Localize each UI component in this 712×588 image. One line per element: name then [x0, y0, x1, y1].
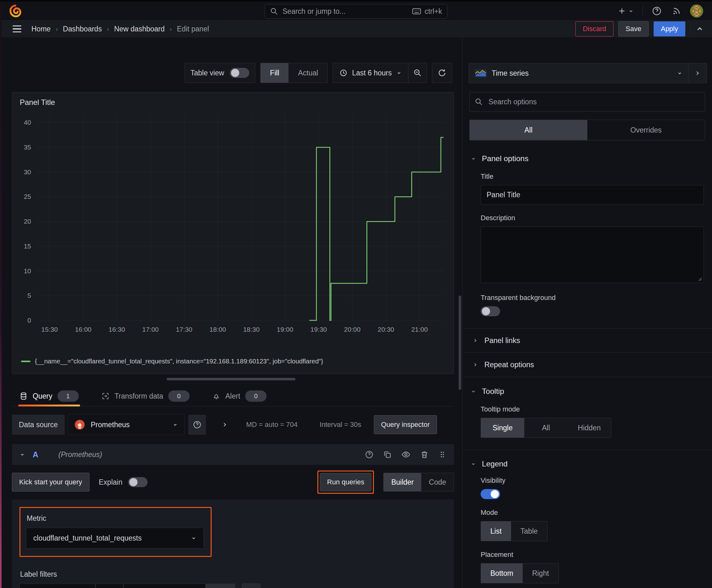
table-view-toggle[interactable] [230, 68, 249, 78]
repeat-options-section[interactable]: Repeat options [462, 353, 712, 377]
remove-filter-button[interactable] [206, 584, 235, 588]
tab-transform-data[interactable]: Transform data 0 [100, 386, 191, 406]
collapse-pane-button[interactable] [688, 63, 707, 83]
scrollbar-thumb[interactable] [459, 296, 461, 390]
max-data-points: MD = auto = 704 [246, 421, 298, 429]
legend-section-header[interactable]: Legend [462, 460, 712, 468]
zoom-out-icon [413, 68, 422, 77]
topbar-actions [616, 4, 703, 18]
query-options-summary[interactable]: MD = auto = 704 Interval = 30s [246, 421, 361, 429]
tooltip-single-option[interactable]: Single [481, 418, 524, 438]
topbar-divider [643, 6, 643, 16]
datasource-help-button[interactable] [188, 415, 206, 435]
time-range-picker[interactable]: Last 6 hours [333, 69, 408, 77]
explain-toggle[interactable] [128, 477, 148, 487]
operator-dropdown[interactable]: = [96, 584, 123, 588]
chevron-down-icon [471, 156, 476, 162]
breadcrumb-dashboards[interactable]: Dashboards [63, 25, 102, 33]
fill-actual-switch: Fill Actual [260, 63, 328, 83]
kick-start-query-button[interactable]: Kick start your query [12, 473, 89, 491]
tab-all[interactable]: All [470, 120, 587, 140]
breadcrumb-new-dashboard[interactable]: New dashboard [114, 25, 165, 33]
delete-query-icon[interactable] [420, 450, 429, 459]
grafana-app: Search or jump to... ctrl+k [0, 0, 712, 588]
run-queries-button[interactable]: Run queries [320, 473, 372, 491]
transparent-background-toggle[interactable] [481, 306, 500, 316]
chevron-down-icon [396, 70, 402, 76]
svg-text:16:00: 16:00 [75, 326, 92, 333]
query-editor: A (Prometheus) [12, 444, 454, 588]
legend-visibility-toggle[interactable] [481, 489, 500, 499]
fill-option[interactable]: Fill [261, 63, 288, 83]
chart-legend: {__name__="cloudflared_tunnel_total_requ… [18, 356, 448, 371]
divider [462, 450, 712, 450]
grafana-logo[interactable] [9, 4, 22, 18]
options-search[interactable] [469, 92, 705, 111]
query-options-chevron-icon[interactable] [222, 422, 228, 428]
toggle-visibility-icon[interactable] [401, 450, 411, 459]
tooltip-all-option[interactable]: All [524, 418, 567, 438]
add-filter-button[interactable] [242, 584, 260, 588]
tab-overrides[interactable]: Overrides [587, 120, 705, 140]
panel-title-input[interactable] [481, 185, 704, 205]
drag-handle-icon[interactable] [438, 450, 447, 459]
menu-toggle-button[interactable] [9, 24, 24, 35]
apply-button[interactable]: Apply [654, 21, 685, 37]
panel-options-section-header[interactable]: Panel options [462, 154, 712, 163]
plus-icon [618, 6, 626, 15]
svg-text:20:00: 20:00 [344, 326, 361, 333]
title-label: Title [481, 172, 704, 181]
tab-query[interactable]: Query 1 [18, 386, 80, 406]
breadcrumb-home[interactable]: Home [31, 25, 50, 33]
datasource-label: Data source [12, 415, 65, 435]
options-search-input[interactable] [488, 97, 700, 106]
metric-select[interactable]: cloudflared_tunnel_total_requests [26, 528, 204, 548]
legend-mode-list[interactable]: List [481, 521, 511, 541]
save-button[interactable]: Save [619, 21, 649, 37]
legend-placement-right[interactable]: Right [523, 564, 559, 583]
tab-alert[interactable]: Alert 0 [211, 386, 268, 406]
zoom-out-time-button[interactable] [408, 63, 427, 83]
tooltip-hidden-option[interactable]: Hidden [567, 418, 611, 438]
svg-text:19:30: 19:30 [310, 326, 327, 333]
nav-divider [690, 24, 691, 34]
select-label-dropdown[interactable]: Select label [20, 584, 95, 588]
duplicate-query-icon[interactable] [383, 450, 392, 459]
search-icon [475, 98, 483, 106]
add-new-button[interactable] [616, 5, 635, 17]
legend-series-label[interactable]: {__name__="cloudflared_tunnel_total_requ… [35, 357, 323, 365]
legend-placement-bottom[interactable]: Bottom [481, 564, 523, 583]
pane-resize-handle[interactable] [167, 378, 296, 380]
datasource-picker[interactable]: Prometheus [68, 414, 185, 435]
builder-option[interactable]: Builder [384, 473, 421, 491]
visibility-label: Visibility [481, 477, 704, 485]
collapse-options-pane-button[interactable] [696, 25, 704, 33]
visualization-picker[interactable]: Time series [469, 63, 688, 83]
description-textarea[interactable] [481, 227, 704, 283]
refresh-button[interactable] [432, 63, 452, 83]
bell-icon [212, 392, 220, 400]
time-series-chart[interactable]: 051015202530354015:3016:0016:3017:0017:3… [18, 110, 449, 335]
tooltip-mode-label: Tooltip mode [481, 405, 704, 413]
panel-preview: Panel Title 051015202530354015:3016:0016… [12, 92, 454, 374]
search-bar[interactable]: Search or jump to... ctrl+k [265, 4, 447, 19]
actual-option[interactable]: Actual [288, 63, 327, 83]
user-avatar[interactable] [690, 4, 703, 18]
table-view-label: Table view [191, 69, 224, 77]
query-ref-id: A [33, 450, 38, 459]
panel-links-section[interactable]: Panel links [462, 329, 712, 352]
legend-placement-switch: Bottom Right [481, 563, 559, 583]
discard-button[interactable]: Discard [576, 21, 613, 37]
collapse-query-icon[interactable] [19, 452, 25, 457]
search-icon [270, 7, 278, 15]
chevron-down-icon [172, 422, 178, 427]
select-value-dropdown[interactable]: Select value [124, 584, 205, 588]
query-help-icon[interactable] [365, 450, 373, 459]
help-button[interactable] [650, 5, 663, 17]
query-row-header[interactable]: A (Prometheus) [12, 444, 454, 465]
tooltip-section-header[interactable]: Tooltip [462, 387, 712, 396]
query-inspector-button[interactable]: Query inspector [374, 415, 437, 434]
news-button[interactable] [671, 5, 683, 17]
code-option[interactable]: Code [421, 473, 454, 491]
legend-mode-table[interactable]: Table [511, 521, 547, 541]
